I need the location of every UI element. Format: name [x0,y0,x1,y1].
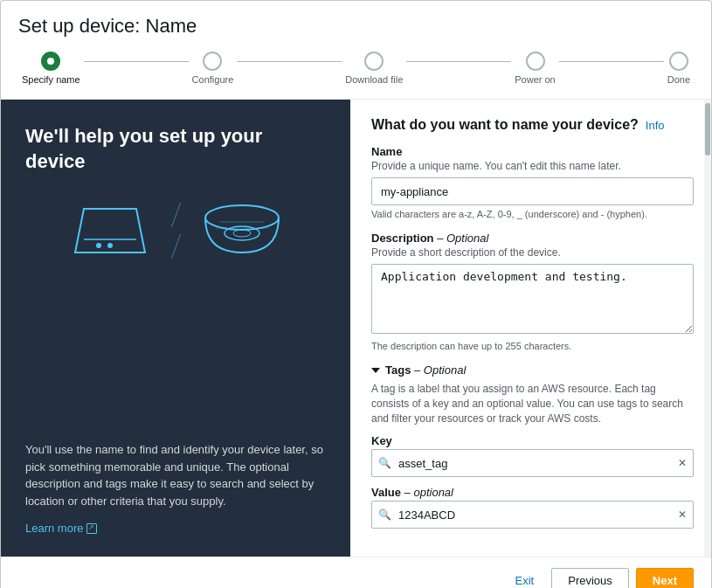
description-sublabel: Provide a short description of the devic… [371,246,694,259]
name-label: Name [371,145,694,158]
step-4-circle [526,52,545,71]
description-label: Description – Optional [371,232,694,245]
right-panel: What do you want to name your device? In… [350,100,711,557]
name-group: Name Provide a unique name. You can't ed… [371,145,694,219]
step-4-label: Power on [515,74,555,85]
divider-slash [176,202,176,259]
tags-expand-icon[interactable] [371,368,380,373]
key-input[interactable] [371,449,694,477]
setup-wizard-window: Set up device: Name Specify name Configu… [0,0,712,588]
step-2-circle [203,52,222,71]
name-input[interactable] [371,177,694,205]
step-line-2 [237,61,342,62]
key-clear-icon[interactable]: ✕ [678,457,687,469]
left-panel-description: You'll use the name to find and identify… [25,441,326,509]
step-2-label: Configure [192,74,234,85]
left-panel: We'll help you set up your device [1,100,350,557]
step-3-circle [364,52,384,71]
left-panel-title: We'll help you set up your device [25,124,326,174]
step-3-label: Download file [345,74,403,85]
tags-description: A tag is a label that you assign to an A… [371,382,694,425]
key-input-wrapper: 🔍 ✕ [371,449,694,477]
step-1-label: Specify name [22,74,80,85]
step-2: Configure [192,52,234,85]
svg-point-2 [96,243,101,248]
key-search-icon: 🔍 [378,457,391,469]
value-input-wrapper: 🔍 ✕ [371,501,694,529]
device-illustration [25,191,326,270]
value-search-icon: 🔍 [378,508,391,521]
value-optional-label: – optional [404,486,453,499]
previous-button[interactable]: Previous [551,568,629,588]
description-textarea[interactable]: Application development and testing. [371,264,694,334]
svg-point-3 [107,243,113,248]
value-label: Value – optional [371,486,694,499]
step-5-circle [669,52,688,71]
step-3: Download file [345,52,403,85]
window-footer: Exit Previous Next [1,557,711,588]
scrollbar-thumb [705,103,710,156]
external-link-icon [86,523,97,534]
info-link[interactable]: Info [646,119,665,132]
step-line-1 [84,61,189,62]
exit-button[interactable]: Exit [505,569,545,588]
next-button[interactable]: Next [636,568,694,588]
value-clear-icon[interactable]: ✕ [678,508,687,521]
device-svg-1 [62,191,158,270]
step-line-4 [559,61,664,62]
step-1-circle [41,52,60,71]
step-5: Done [667,52,690,85]
window-body: We'll help you set up your device [1,99,711,557]
tags-optional-label: – Optional [414,363,466,377]
tags-header: Tags – Optional [371,363,694,377]
form-question-text: What do you want to name your device? [371,117,639,133]
tags-group: Tags – Optional A tag is a label that yo… [371,363,694,529]
form-question: What do you want to name your device? In… [371,117,694,133]
step-line-3 [406,61,511,62]
window-header: Set up device: Name Specify name Configu… [1,1,711,99]
step-5-label: Done [667,74,690,85]
key-label: Key [371,434,694,447]
name-sublabel: Provide a unique name. You can't edit th… [371,160,694,172]
name-hint: Valid characters are a-z, A-Z, 0-9, _ (u… [371,209,694,219]
tags-label: Tags – Optional [385,363,466,377]
value-input[interactable] [371,501,694,529]
device-svg-2 [194,191,290,270]
page-title: Set up device: Name [18,15,694,38]
stepper: Specify name Configure Download file Pow… [18,52,694,85]
right-panel-wrapper: What do you want to name your device? In… [350,100,711,557]
step-4: Power on [515,52,555,85]
step-1: Specify name [22,52,80,85]
svg-point-7 [233,230,251,237]
scrollbar[interactable] [704,100,711,557]
description-group: Description – Optional Provide a short d… [371,232,694,351]
description-hint: The description can have up to 255 chara… [371,341,694,351]
learn-more-link[interactable]: Learn more [25,522,97,535]
description-optional-label: – Optional [437,232,488,245]
